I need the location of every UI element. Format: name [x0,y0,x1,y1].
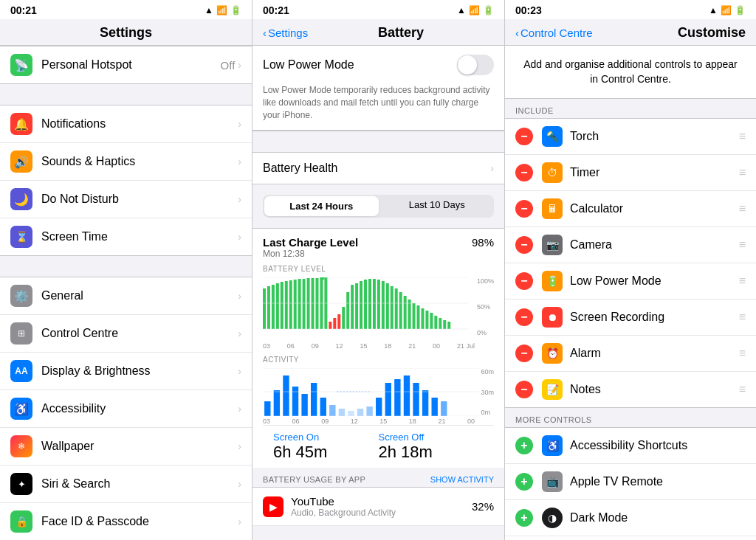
cc-back-button[interactable]: ‹ Control Centre [515,27,593,39]
notifications-chevron: › [238,118,241,130]
remove-low-power-button[interactable]: − [515,272,533,290]
battery-status-bar: 00:21 ▲ 📶 🔋 [252,0,504,19]
activity-chart-section: ACTIVITY [263,350,494,425]
do-not-disturb-row[interactable]: 🌙 Do Not Disturb › [0,181,252,218]
svg-rect-53 [320,398,326,416]
remove-screen-recording-button[interactable]: − [515,308,533,326]
svg-rect-7 [294,280,297,329]
torch-label: Torch [570,130,739,143]
remove-alarm-button[interactable]: − [515,345,533,362]
battery-level-chart [263,277,475,336]
add-accessibility-button[interactable]: + [515,437,533,454]
screen-recording-label: Screen Recording [570,311,739,324]
y-30m: 30m [481,389,494,396]
activity-chart-wrapper: 60m 30m 0m [263,368,494,416]
personal-hotspot-row[interactable]: 📡 Personal Hotspot Off › [0,46,252,83]
wifi-icon: 📶 [216,5,227,15]
notes-row[interactable]: − 📝 Notes ≡ [505,372,756,407]
timer-drag-handle[interactable]: ≡ [739,166,746,179]
tab-last-24-hours[interactable]: Last 24 Hours [264,196,379,216]
control-centre-row[interactable]: ⊞ Control Centre › [0,315,252,353]
calculator-row[interactable]: − 🖩 Calculator ≡ [505,191,756,227]
notifications-row[interactable]: 🔔 Notifications › [0,105,252,143]
screen-recording-icon: ⏺ [542,307,563,328]
battery-nav-title: Battery [308,25,494,41]
notes-drag-handle[interactable]: ≡ [739,383,746,396]
svg-rect-47 [264,401,270,416]
remove-torch-button[interactable]: − [515,128,533,145]
svg-rect-62 [404,375,410,416]
dnd-driving-row[interactable]: + 🚗 Do Not Disturb While Driving [505,536,756,540]
svg-rect-10 [307,278,310,329]
battery-back-button[interactable]: ‹ Settings [263,27,308,39]
cc-low-power-label: Low Power Mode [570,274,739,288]
low-power-drag-handle[interactable]: ≡ [739,274,746,288]
svg-rect-24 [368,279,371,329]
svg-rect-28 [386,283,389,329]
included-items-list: − 🔦 Torch ≡ − ⏱ Timer ≡ − 🖩 Calculator ≡ [505,118,756,408]
camera-row[interactable]: − 📷 Camera ≡ [505,227,756,263]
screen-time-row[interactable]: ⌛ Screen Time › [0,218,252,255]
face-id-row[interactable]: 🔒 Face ID & Passcode › [0,503,252,540]
battery-health-chevron: › [490,162,494,174]
svg-rect-1 [267,286,270,329]
show-activity-button[interactable]: SHOW ACTIVITY [430,475,494,484]
signal-icon: ▲ [205,5,213,15]
activity-chart [263,368,479,416]
accessibility-row[interactable]: ♿ Accessibility › [0,390,252,428]
accessibility-shortcuts-row[interactable]: + ♿ Accessibility Shortcuts [505,428,756,464]
sounds-haptics-row[interactable]: 🔊 Sounds & Haptics › [0,143,252,181]
time-tabs-container: Last 24 Hours Last 10 Days [252,195,504,218]
screen-on-label: Screen On [273,432,379,443]
apple-tv-row[interactable]: + 📺 Apple TV Remote [505,464,756,500]
wallpaper-row[interactable]: ❄ Wallpaper › [0,428,252,465]
youtube-row[interactable]: ▶ YouTube Audio, Background Activity 32% [252,488,504,526]
svg-rect-17 [337,314,340,329]
siri-search-row[interactable]: ✦ Siri & Search › [0,465,252,503]
remove-calculator-button[interactable]: − [515,200,533,218]
battery-health-row[interactable]: Battery Health › [252,152,504,184]
screen-recording-drag-handle[interactable]: ≡ [739,311,746,324]
dark-mode-row[interactable]: + ◑ Dark Mode [505,500,756,536]
battery-y-axis: 100% 50% 0% [475,277,494,336]
svg-rect-60 [385,383,391,416]
main-settings-group: ⚙️ General › ⊞ Control Centre › AA Displ… [0,277,252,540]
alarm-drag-handle[interactable]: ≡ [739,347,746,360]
add-dark-mode-button[interactable]: + [515,509,533,527]
cc-content: Add and organise additional controls to … [505,46,756,540]
youtube-sub: Audio, Background Activity [291,508,472,518]
cc-low-power-row[interactable]: − 🔋 Low Power Mode ≡ [505,263,756,300]
screen-time-chevron: › [238,231,241,243]
low-power-toggle[interactable] [457,55,494,75]
torch-drag-handle[interactable]: ≡ [739,130,746,143]
battery-back-label: Settings [268,27,308,39]
display-brightness-row[interactable]: AA Display & Brightness › [0,353,252,390]
general-label: General [41,289,238,302]
screen-recording-row[interactable]: − ⏺ Screen Recording ≡ [505,300,756,336]
svg-rect-25 [373,279,376,329]
screen-on-col: Screen On 6h 45m [273,432,379,462]
calculator-drag-handle[interactable]: ≡ [739,202,746,215]
wallpaper-label: Wallpaper [41,440,238,453]
remove-notes-button[interactable]: − [515,381,533,398]
remove-timer-button[interactable]: − [515,164,533,181]
tab-last-10-days[interactable]: Last 10 Days [380,195,495,218]
add-apple-tv-button[interactable]: + [515,473,533,491]
svg-rect-49 [283,375,289,416]
timer-row[interactable]: − ⏱ Timer ≡ [505,155,756,191]
svg-rect-9 [303,279,306,329]
general-row[interactable]: ⚙️ General › [0,277,252,315]
cc-time: 00:23 [515,4,542,16]
cc-nav-bar: ‹ Control Centre Customise [505,19,756,46]
activity-x-labels: 03 06 09 12 15 18 21 00 [263,418,475,425]
remove-camera-button[interactable]: − [515,236,533,254]
alarm-icon: ⏰ [542,343,563,364]
battery-batt-icon: 🔋 [483,5,494,15]
battery-status-icons: ▲ 📶 🔋 [457,5,494,15]
torch-row[interactable]: − 🔦 Torch ≡ [505,119,756,155]
camera-drag-handle[interactable]: ≡ [739,238,746,252]
svg-rect-34 [413,303,416,329]
alarm-row[interactable]: − ⏰ Alarm ≡ [505,336,756,372]
notifications-icon: 🔔 [10,113,32,135]
cc-wifi-icon: 📶 [721,5,732,15]
